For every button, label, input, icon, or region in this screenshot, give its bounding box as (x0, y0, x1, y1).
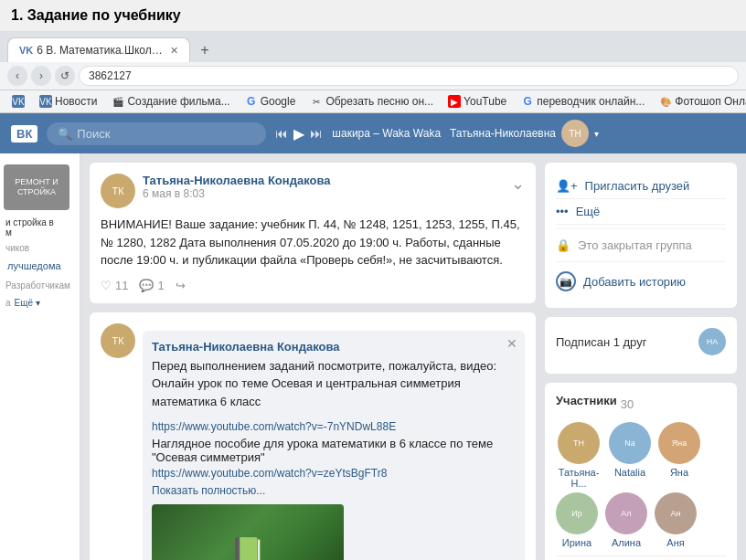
youtube-link-2[interactable]: https://www.youtube.com/watch?v=zeYtsBgF… (152, 467, 387, 480)
play-button[interactable]: ▶ (293, 125, 304, 143)
member-avatar-yana: Яна (658, 422, 700, 464)
member-alina[interactable]: Ал Алина (605, 492, 647, 548)
lock-icon: 🔒 (556, 238, 570, 252)
chevron-down-icon: ▾ (594, 129, 599, 139)
post-1-meta: Татьяна-Николаевна Кондакова 6 мая в 8:0… (143, 174, 504, 200)
post-1-actions: ♡ 11 💬 1 ↪ (101, 279, 525, 292)
search-icon: 🔍 (58, 127, 72, 141)
post-1-header: ТК Татьяна-Николаевна Кондакова 6 мая в … (101, 174, 525, 208)
like-button[interactable]: ♡ 11 (101, 279, 128, 292)
closed-group-info: 🔒 Это закрытая группа (556, 233, 726, 258)
back-button[interactable]: ‹ (7, 66, 27, 86)
youtube-link-1[interactable]: https://www.youtube.com/watch?v=-7nYNDwL… (152, 420, 396, 433)
search-input[interactable] (77, 127, 255, 141)
comment-close-button[interactable]: ✕ (506, 336, 517, 351)
vk-left-sidebar: РЕМОНТ И СТРОЙКА и стройка вм чиков лучш… (0, 153, 80, 560)
member-avatar-anya: Ан (655, 492, 697, 534)
next-track-button[interactable]: ⏭ (310, 126, 323, 141)
share-button[interactable]: ↪ (176, 279, 186, 292)
members-grid: ТН Татьяна-Н... Na Natalia Яна (556, 422, 726, 489)
member-name-natalia: Natalia (614, 467, 645, 478)
left-banner: РЕМОНТ И СТРОЙКА (0, 161, 80, 214)
member-tatyana[interactable]: ТН Татьяна-Н... (556, 422, 602, 489)
post-1-date: 6 мая в 8:03 (143, 187, 504, 200)
user-profile-button[interactable]: Татьяна-Николаевна ТН ▾ (450, 120, 599, 147)
member-natalia[interactable]: Na Natalia (609, 422, 651, 489)
post-2-avatar: ТК (101, 323, 135, 358)
bookmark-google[interactable]: G Google (240, 93, 301, 110)
left-sub-label: чиков (0, 241, 80, 255)
post-1-text: ВНИМАНИЕ! Ваше задание: учебник П. 44, №… (101, 216, 525, 269)
bookmark-translator[interactable]: G переводчик онлайн... (517, 93, 649, 110)
member-name-tatyana: Татьяна-Н... (556, 467, 602, 489)
comment-button[interactable]: 💬 1 (139, 279, 164, 292)
browser-chrome: VK 6 В. Математика.Школа № 130 ✕ + ‹ › ↺… (0, 32, 746, 113)
url-bar[interactable]: 3862127 (79, 66, 739, 86)
post-1-avatar: ТК (101, 174, 135, 208)
member-yana[interactable]: Яна Яна (658, 422, 700, 489)
bookmark-film[interactable]: 🎬 Создание фильма... (107, 93, 234, 110)
members-grid-2: Ир Ирина Ал Алина Ан Аня (556, 492, 726, 548)
add-story-button[interactable]: 📷 Добавить историю (556, 266, 726, 297)
sidebar-more-link[interactable]: Ещё ▾ (15, 298, 40, 308)
active-tab[interactable]: VK 6 В. Математика.Школа № 130 ✕ (7, 37, 190, 62)
dots-icon: ••• (556, 205, 569, 218)
now-playing: шакира – Waka Waka (332, 127, 441, 140)
sidebar-item-dev[interactable]: Разработчикам (0, 277, 80, 294)
user-avatar: ТН (561, 120, 589, 147)
right-actions-card: 👤+ Пригласить друзей ••• Ещё 🔒 Это закры… (545, 163, 737, 308)
new-tab-button[interactable]: + (194, 39, 216, 61)
left-promo-label: и стройка вм (0, 214, 80, 241)
vk-header: ВК 🔍 ⏮ ▶ ⏭ шакира – Waka Waka Татьяна-Ни… (0, 113, 746, 153)
music-controls: ⏮ ▶ ⏭ (275, 125, 323, 143)
post-2-author[interactable]: Татьяна-Николаевна Кондакова (152, 340, 516, 354)
member-avatar-natalia: Na (609, 422, 651, 464)
reload-button[interactable]: ↺ (55, 66, 75, 86)
post-2-link2-label: Наглядное пособие для урока математики в… (152, 437, 516, 464)
vk-logo: ВК (11, 125, 37, 143)
vk-feed: ТК Татьяна-Николаевна Кондакова 6 мая в … (90, 163, 536, 560)
subscribers-card: Подписан 1 друг НА (545, 317, 737, 374)
vk-right-sidebar: 👤+ Пригласить друзей ••• Ещё 🔒 Это закры… (545, 163, 737, 560)
google-icon: G (245, 95, 258, 108)
bookmark-photoshop[interactable]: 🎨 Фотошоп Онлайн /... (655, 93, 746, 110)
vk-icon: VK (12, 95, 25, 108)
forward-button[interactable]: › (31, 66, 51, 86)
divider-2 (556, 261, 726, 262)
sidebar-item-home[interactable]: лучшедома (0, 255, 80, 277)
bookmark-scissors[interactable]: ✂ Обрезать песню он... (305, 93, 438, 110)
bookmark-vk-icon[interactable]: VK (7, 93, 29, 110)
tab-close-button[interactable]: ✕ (170, 45, 178, 57)
post-1-menu-button[interactable]: ⌄ (511, 174, 525, 194)
vk-page: РЕМОНТ И СТРОЙКА и стройка вм чиков лучш… (0, 153, 746, 560)
comment-box: ✕ Татьяна-Николаевна Кондакова Перед вып… (143, 331, 525, 561)
youtube-icon: ▶ (448, 95, 461, 108)
invite-friends-button[interactable]: 👤+ Пригласить друзей (556, 174, 726, 199)
post-2-text: Перед выполнением заданий посмотрите, по… (152, 357, 516, 411)
bookmark-news[interactable]: VK Новости (35, 93, 101, 110)
comment-icon: 💬 (139, 279, 154, 292)
show-more-link[interactable]: Показать полностью... (152, 484, 265, 497)
scissors-icon: ✂ (310, 95, 323, 108)
book-icon: 📗 (229, 535, 266, 561)
bookmark-youtube[interactable]: ▶ YouTube (443, 93, 511, 110)
members-count: 30 (621, 397, 634, 411)
member-irina[interactable]: Ир Ирина (556, 492, 598, 548)
member-anya[interactable]: Ан Аня (655, 492, 697, 548)
more-button[interactable]: ••• Ещё (556, 199, 726, 225)
member-avatar-tatyana: ТН (558, 422, 600, 464)
divider (556, 228, 726, 229)
member-name-irina: Ирина (562, 537, 591, 548)
add-friend-icon: 👤+ (556, 179, 578, 193)
prev-track-button[interactable]: ⏮ (275, 126, 288, 141)
post-1-author[interactable]: Татьяна-Николаевна Кондакова (143, 174, 504, 187)
heart-icon: ♡ (101, 279, 112, 292)
vk-search-box[interactable]: 🔍 (47, 122, 266, 145)
member-avatar-irina: Ир (556, 492, 598, 534)
member-avatar-alina: Ал (605, 492, 647, 534)
video-thumbnail[interactable]: 📗 Математика ▶ 32:13 (152, 504, 344, 560)
film-icon: 🎬 (112, 95, 124, 108)
share-icon: ↪ (176, 279, 186, 292)
tab-bar: VK 6 В. Математика.Школа № 130 ✕ + (0, 32, 746, 62)
camera-icon: 📷 (556, 271, 576, 291)
